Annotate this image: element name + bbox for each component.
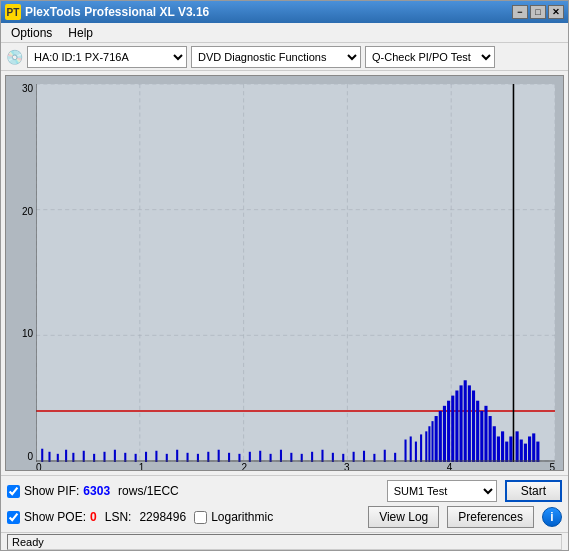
menu-options[interactable]: Options — [5, 24, 58, 42]
svg-rect-72 — [501, 431, 504, 462]
logarithmic-checkbox[interactable] — [194, 511, 207, 524]
title-controls: − □ ✕ — [512, 5, 564, 19]
bottom-row-2: Show POE: 0 LSN: 2298496 Logarithmic Vie… — [7, 506, 562, 528]
svg-rect-52 — [420, 434, 422, 462]
svg-rect-54 — [428, 426, 430, 462]
svg-rect-80 — [536, 442, 539, 462]
show-poe-group: Show POE: 0 — [7, 510, 97, 524]
svg-rect-59 — [447, 401, 450, 462]
svg-rect-31 — [218, 450, 220, 462]
svg-rect-53 — [425, 431, 427, 462]
svg-rect-75 — [516, 431, 519, 462]
svg-rect-51 — [415, 442, 417, 462]
svg-rect-68 — [484, 406, 487, 462]
svg-rect-77 — [524, 444, 527, 462]
svg-rect-13 — [41, 449, 43, 462]
toolbar: 💿 HA:0 ID:1 PX-716A DVD Diagnostic Funct… — [1, 43, 568, 71]
svg-rect-79 — [532, 433, 535, 462]
window-title: PlexTools Professional XL V3.16 — [25, 5, 209, 19]
svg-rect-57 — [439, 411, 442, 462]
svg-rect-58 — [443, 406, 446, 462]
restore-button[interactable]: □ — [530, 5, 546, 19]
svg-rect-35 — [259, 451, 261, 462]
menu-bar: Options Help — [1, 23, 568, 43]
status-text: Ready — [7, 534, 562, 550]
svg-rect-69 — [489, 416, 492, 462]
test-selector[interactable]: Q-Check PI/PO Test — [365, 46, 495, 68]
chart-svg — [36, 84, 555, 462]
drive-icon: 💿 — [5, 48, 23, 66]
svg-rect-61 — [455, 390, 458, 462]
svg-rect-55 — [431, 421, 433, 462]
minimize-button[interactable]: − — [512, 5, 528, 19]
svg-rect-62 — [460, 385, 463, 462]
svg-rect-60 — [451, 396, 454, 462]
svg-rect-21 — [114, 450, 116, 462]
y-label-30: 30 — [22, 84, 33, 94]
svg-rect-41 — [321, 450, 323, 462]
info-button[interactable]: i — [542, 507, 562, 527]
poe-value: 0 — [90, 510, 97, 524]
x-label-1: 1 — [139, 462, 145, 471]
function-selector[interactable]: DVD Diagnostic Functions — [191, 46, 361, 68]
status-bar: Ready — [1, 532, 568, 550]
svg-rect-37 — [280, 450, 282, 462]
svg-rect-47 — [384, 450, 386, 462]
title-bar-left: PT PlexTools Professional XL V3.16 — [5, 4, 209, 20]
lsn-label: LSN: — [105, 510, 132, 524]
svg-rect-63 — [464, 380, 467, 462]
svg-rect-16 — [65, 450, 67, 462]
x-label-5: 5 — [549, 462, 555, 471]
svg-rect-25 — [155, 451, 157, 462]
app-icon: PT — [5, 4, 21, 20]
svg-rect-45 — [363, 451, 365, 462]
chart-plot — [36, 84, 555, 462]
menu-help[interactable]: Help — [62, 24, 99, 42]
preferences-button[interactable]: Preferences — [447, 506, 534, 528]
logarithmic-label: Logarithmic — [211, 510, 273, 524]
title-bar: PT PlexTools Professional XL V3.16 − □ ✕ — [1, 1, 568, 23]
x-label-3: 3 — [344, 462, 350, 471]
close-button[interactable]: ✕ — [548, 5, 564, 19]
svg-rect-49 — [404, 440, 406, 462]
y-label-0: 0 — [27, 452, 33, 462]
svg-rect-76 — [520, 440, 523, 462]
sum-test-selector[interactable]: SUM1 Test — [387, 480, 497, 502]
show-poe-label: Show POE: — [24, 510, 86, 524]
view-log-button[interactable]: View Log — [368, 506, 439, 528]
rows-label: rows/1ECC — [118, 484, 179, 498]
svg-rect-56 — [435, 416, 438, 462]
svg-rect-67 — [480, 411, 483, 462]
svg-rect-50 — [410, 436, 412, 462]
x-label-2: 2 — [241, 462, 247, 471]
y-label-10: 10 — [22, 329, 33, 339]
y-label-20: 20 — [22, 207, 33, 217]
chart-area: 30 20 10 0 — [5, 75, 564, 471]
main-window: PT PlexTools Professional XL V3.16 − □ ✕… — [0, 0, 569, 551]
show-poe-checkbox[interactable] — [7, 511, 20, 524]
start-button[interactable]: Start — [505, 480, 562, 502]
svg-rect-27 — [176, 450, 178, 462]
show-pif-group: Show PIF: 6303 — [7, 484, 110, 498]
svg-rect-18 — [83, 451, 85, 462]
logarithmic-group: Logarithmic — [194, 510, 273, 524]
svg-rect-65 — [472, 390, 475, 462]
svg-rect-74 — [509, 436, 512, 462]
show-pif-label: Show PIF: — [24, 484, 79, 498]
bottom-row-1: Show PIF: 6303 rows/1ECC SUM1 Test Start — [7, 480, 562, 502]
svg-rect-66 — [476, 401, 479, 462]
lsn-value: 2298496 — [139, 510, 186, 524]
svg-rect-73 — [505, 442, 508, 462]
svg-rect-64 — [468, 385, 471, 462]
x-label-4: 4 — [447, 462, 453, 471]
pif-value: 6303 — [83, 484, 110, 498]
svg-rect-70 — [493, 426, 496, 462]
svg-rect-78 — [528, 436, 531, 462]
x-label-0: 0 — [36, 462, 42, 471]
x-axis-labels: 0 1 2 3 4 5 — [36, 462, 555, 470]
y-axis-labels: 30 20 10 0 — [6, 84, 36, 462]
bottom-panel: Show PIF: 6303 rows/1ECC SUM1 Test Start… — [1, 475, 568, 532]
svg-rect-71 — [497, 436, 500, 462]
show-pif-checkbox[interactable] — [7, 485, 20, 498]
drive-selector[interactable]: HA:0 ID:1 PX-716A — [27, 46, 187, 68]
